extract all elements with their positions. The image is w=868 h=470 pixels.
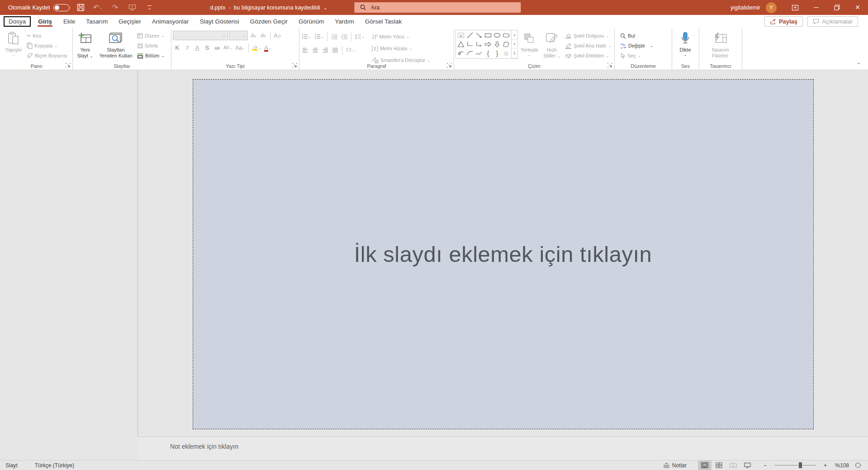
minimize-button[interactable] — [806, 0, 826, 15]
tab-gozden-gecir[interactable]: Gözden Geçir — [245, 15, 293, 28]
align-right-button[interactable] — [321, 45, 330, 55]
bullets-button[interactable]: ⌄ — [301, 32, 313, 41]
shape-right-arrow[interactable] — [484, 40, 493, 49]
reading-view-button[interactable] — [726, 461, 740, 470]
font-size-combo[interactable]: ⌄ — [229, 31, 248, 40]
tab-gecisler[interactable]: Geçişler — [113, 15, 147, 28]
shape-oval[interactable] — [493, 31, 502, 40]
numbering-button[interactable]: ⌄ — [313, 32, 325, 41]
shrink-font-button[interactable]: A▾ — [259, 31, 268, 40]
shape-fill-button[interactable]: Şekil Dolgusu ⌄ — [564, 31, 613, 41]
zoom-slider[interactable] — [774, 465, 816, 465]
quick-styles-button[interactable]: Hızlı Stiller ⌄ — [541, 30, 563, 62]
ribbon-display-options-button[interactable] — [785, 0, 806, 15]
collapse-ribbon-button[interactable]: ⌃ — [857, 62, 861, 68]
notes-pane[interactable]: Not eklemek için tıklayın — [138, 437, 868, 460]
italic-button[interactable]: T — [183, 43, 192, 52]
find-button[interactable]: Bul — [619, 31, 655, 41]
underline-button[interactable]: A — [193, 43, 202, 52]
shape-arc[interactable] — [465, 49, 474, 58]
zoom-slider-thumb[interactable] — [799, 462, 802, 468]
decrease-indent-button[interactable] — [330, 32, 339, 41]
document-title[interactable]: d.pptx - bu bilgisayar konumuna kaydedil… — [210, 5, 327, 11]
clear-formatting-button[interactable]: A — [273, 31, 282, 40]
shape-left-brace[interactable]: { — [484, 49, 493, 58]
reuse-slides-button[interactable]: Slaytları Yeniden Kullan — [96, 30, 136, 62]
shape-right-brace[interactable]: } — [493, 49, 502, 58]
tab-giris[interactable]: Giriş — [32, 15, 58, 28]
shape-curve[interactable] — [474, 49, 484, 58]
notes-toggle-button[interactable]: Notlar — [660, 461, 690, 470]
align-left-button[interactable] — [301, 45, 310, 55]
shape-rounded-rectangle[interactable] — [502, 31, 511, 40]
customize-qat-button[interactable]: ⌄ — [143, 2, 156, 14]
shape-outline-button[interactable]: Şekil Ana Hattı ⌄ — [564, 41, 613, 51]
tab-gorsel-taslak[interactable]: Görsel Taslak — [360, 15, 408, 28]
gallery-scroll-down-button[interactable]: ▾ — [512, 40, 517, 49]
slideshow-view-button[interactable] — [741, 461, 754, 470]
reset-button[interactable]: Sıfırla — [136, 41, 166, 51]
shape-rectangle[interactable] — [484, 31, 493, 40]
change-case-button[interactable]: Aa⌄ — [234, 43, 246, 52]
justify-button[interactable] — [331, 45, 340, 55]
format-painter-button[interactable]: Biçim Boyacısı — [25, 51, 69, 61]
undo-button[interactable]: ↶⌄ — [91, 2, 104, 14]
layout-button[interactable]: Düzen ⌄ — [136, 31, 166, 41]
design-ideas-button[interactable]: Tasarım Fikirleri — [701, 30, 740, 62]
tab-tasarim[interactable]: Tasarım — [81, 15, 113, 28]
shape-arrow[interactable] — [474, 31, 484, 40]
shape-textbox[interactable]: A — [456, 31, 465, 40]
zoom-level[interactable]: %108 — [831, 462, 851, 469]
shape-effects-button[interactable]: Şekil Efektleri ⌄ — [564, 51, 613, 61]
shape-freeform[interactable] — [502, 40, 511, 49]
character-spacing-button[interactable]: AV⌄ — [223, 43, 233, 52]
text-shadow-button[interactable]: S — [203, 43, 212, 52]
slide-canvas[interactable]: İlk slaydı eklemek için tıklayın — [193, 79, 814, 429]
shape-line[interactable] — [465, 31, 474, 40]
replace-button[interactable]: bc Değiştir ⌄ — [619, 41, 655, 51]
tab-ekle[interactable]: Ekle — [58, 15, 81, 28]
comments-button[interactable]: Açıklamalar — [807, 16, 858, 27]
restore-button[interactable] — [826, 0, 847, 15]
slide-thumbnail-panel[interactable] — [0, 70, 138, 437]
grow-font-button[interactable]: A▴ — [249, 31, 258, 40]
shape-elbow-connector[interactable] — [465, 40, 474, 49]
fit-slide-to-window-button[interactable] — [852, 461, 864, 470]
save-button[interactable] — [74, 2, 87, 14]
gallery-scroll-up-button[interactable]: ▴ — [512, 30, 517, 40]
search-input[interactable] — [371, 5, 502, 11]
font-color-button[interactable]: A ⌄ — [263, 43, 272, 52]
pano-dialog-launcher[interactable] — [66, 63, 71, 68]
increase-indent-button[interactable] — [340, 32, 349, 41]
strikethrough-button[interactable]: ab — [213, 43, 222, 52]
shape-down-arrow[interactable] — [493, 40, 502, 49]
status-slide-label[interactable]: Slayt — [5, 462, 18, 469]
shape-scribble[interactable] — [456, 49, 465, 58]
cut-button[interactable]: ✂ Kes — [25, 31, 69, 41]
username-label[interactable]: yigitalidemir — [730, 5, 760, 11]
shape-star[interactable]: ☆ — [502, 49, 511, 58]
tab-dosya[interactable]: Dosya — [4, 16, 31, 27]
zoom-in-button[interactable]: + — [821, 461, 830, 470]
select-button[interactable]: Seç ⌄ — [619, 51, 655, 61]
slide-placeholder-text[interactable]: İlk slaydı eklemek için tıklayın — [354, 242, 652, 267]
zoom-out-button[interactable]: − — [760, 461, 770, 470]
new-slide-button[interactable]: Yeni Slayt ⌄ — [74, 30, 96, 62]
dictate-button[interactable]: Dikte ⌄ — [674, 30, 697, 62]
paste-button[interactable]: Yapıştır ⌄ — [2, 30, 25, 62]
text-direction-button[interactable]: A Metin Yönü ⌄ — [370, 32, 432, 42]
cizim-dialog-launcher[interactable] — [607, 63, 613, 68]
start-slideshow-button[interactable] — [126, 2, 138, 14]
slide-sorter-view-button[interactable] — [712, 461, 726, 470]
status-language[interactable]: Türkçe (Türkiye) — [35, 462, 74, 469]
tab-gorunum[interactable]: Görünüm — [293, 15, 329, 28]
tab-slayt-gosterisi[interactable]: Slayt Gösterisi — [194, 15, 245, 28]
autosave-control[interactable]: Otomatik Kaydet — [8, 4, 70, 11]
highlight-color-button[interactable]: ⌄ — [251, 43, 262, 52]
arrange-button[interactable]: Yerleştir ⌄ — [518, 30, 541, 62]
shape-elbow-arrow[interactable] — [474, 40, 484, 49]
tab-yardim[interactable]: Yardım — [329, 15, 360, 28]
gallery-more-button[interactable]: ▾ — [512, 49, 517, 58]
search-box[interactable] — [354, 2, 521, 13]
user-avatar[interactable]: Y — [766, 2, 777, 13]
